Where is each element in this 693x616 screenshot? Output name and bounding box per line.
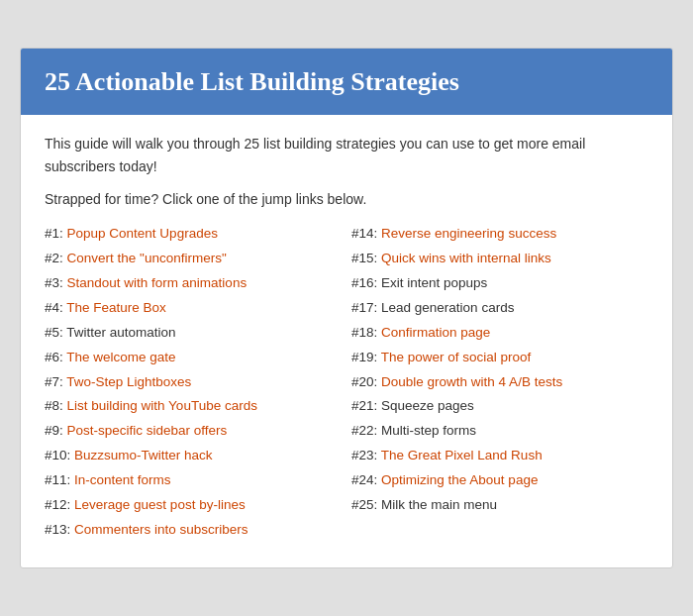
item-text: Exit intent popups (381, 275, 487, 290)
item-text: Twitter automation (66, 325, 175, 340)
item-number: #3: (45, 275, 63, 290)
main-card: 25 Actionable List Building Strategies T… (20, 48, 673, 568)
item-link[interactable]: Confirmation page (381, 325, 490, 340)
item-number: #6: (45, 350, 63, 364)
item-link[interactable]: Popup Content Upgrades (67, 226, 218, 241)
list-item[interactable]: #1: Popup Content Upgrades (45, 225, 342, 244)
list-item: #21: Squeeze pages (351, 397, 648, 416)
list-item[interactable]: #18: Confirmation page (351, 324, 648, 343)
list-item: #5: Twitter automation (45, 324, 342, 343)
item-number: #11: (45, 472, 70, 487)
item-link[interactable]: Double growth with 4 A/B tests (381, 374, 562, 389)
list-item[interactable]: #23: The Great Pixel Land Rush (351, 447, 648, 465)
item-number: #7: (45, 374, 63, 389)
card-header: 25 Actionable List Building Strategies (21, 49, 672, 115)
card-body: This guide will walk you through 25 list… (21, 115, 672, 566)
item-number: #9: (45, 423, 63, 438)
item-link[interactable]: Optimizing the About page (381, 472, 538, 487)
item-number: #13: (45, 522, 70, 537)
item-number: #5: (45, 325, 63, 340)
list-item[interactable]: #8: List building with YouTube cards (45, 397, 342, 416)
item-link[interactable]: The welcome gate (66, 350, 175, 364)
item-text: Multi-step forms (381, 423, 476, 438)
lists-container: #1: Popup Content Upgrades#2: Convert th… (45, 225, 648, 546)
list-item[interactable]: #24: Optimizing the About page (351, 471, 648, 490)
item-link[interactable]: The Feature Box (66, 300, 166, 315)
list-item[interactable]: #19: The power of social proof (351, 349, 648, 367)
item-link[interactable]: The Great Pixel Land Rush (381, 448, 543, 462)
item-link[interactable]: Post-specific sidebar offers (67, 423, 228, 438)
item-number: #17: (351, 300, 377, 315)
left-list: #1: Popup Content Upgrades#2: Convert th… (45, 225, 342, 546)
list-item[interactable]: #13: Commenters into subscribers (45, 521, 342, 540)
item-number: #1: (45, 226, 63, 241)
list-item[interactable]: #20: Double growth with 4 A/B tests (351, 373, 648, 392)
list-item[interactable]: #7: Two-Step Lightboxes (45, 373, 342, 392)
item-number: #4: (45, 300, 63, 315)
list-item[interactable]: #14: Reverse engineering success (351, 225, 648, 244)
item-link[interactable]: List building with YouTube cards (67, 398, 257, 413)
item-number: #23: (351, 448, 377, 462)
list-item[interactable]: #6: The welcome gate (45, 349, 342, 367)
item-number: #22: (351, 423, 377, 438)
item-link[interactable]: Convert the "unconfirmers" (67, 251, 227, 265)
list-item[interactable]: #10: Buzzsumo-Twitter hack (45, 447, 342, 465)
item-link[interactable]: Leverage guest post by-lines (74, 497, 246, 512)
item-number: #21: (351, 398, 377, 413)
item-link[interactable]: Commenters into subscribers (74, 522, 248, 537)
page-title: 25 Actionable List Building Strategies (45, 66, 648, 97)
list-item[interactable]: #4: The Feature Box (45, 299, 342, 318)
item-number: #16: (351, 275, 377, 290)
item-link[interactable]: Two-Step Lightboxes (66, 374, 191, 389)
jump-text: Strapped for time? Click one of the jump… (45, 191, 648, 207)
item-number: #10: (45, 448, 70, 462)
item-link[interactable]: Quick wins with internal links (381, 251, 551, 265)
item-link[interactable]: Buzzsumo-Twitter hack (74, 448, 213, 462)
right-list: #14: Reverse engineering success#15: Qui… (351, 225, 648, 546)
list-item[interactable]: #15: Quick wins with internal links (351, 250, 648, 268)
item-number: #8: (45, 398, 63, 413)
item-number: #14: (351, 226, 377, 241)
list-item: #25: Milk the main menu (351, 496, 648, 515)
item-number: #25: (351, 497, 377, 512)
item-number: #20: (351, 374, 377, 389)
item-number: #2: (45, 251, 63, 265)
intro-text: This guide will walk you through 25 list… (45, 133, 648, 177)
item-number: #18: (351, 325, 377, 340)
list-item: #16: Exit intent popups (351, 274, 648, 293)
item-number: #12: (45, 497, 70, 512)
item-number: #24: (351, 472, 377, 487)
list-item[interactable]: #9: Post-specific sidebar offers (45, 422, 342, 441)
item-link[interactable]: Standout with form animations (67, 275, 248, 290)
item-link[interactable]: In-content forms (74, 472, 171, 487)
list-item: #17: Lead generation cards (351, 299, 648, 318)
item-text: Milk the main menu (381, 497, 497, 512)
item-number: #19: (351, 350, 377, 364)
list-item[interactable]: #2: Convert the "unconfirmers" (45, 250, 342, 268)
list-item[interactable]: #3: Standout with form animations (45, 274, 342, 293)
item-text: Lead generation cards (381, 300, 514, 315)
item-text: Squeeze pages (381, 398, 474, 413)
list-item[interactable]: #11: In-content forms (45, 471, 342, 490)
item-link[interactable]: Reverse engineering success (381, 226, 556, 241)
item-link[interactable]: The power of social proof (381, 350, 532, 364)
list-item: #22: Multi-step forms (351, 422, 648, 441)
list-item[interactable]: #12: Leverage guest post by-lines (45, 496, 342, 515)
item-number: #15: (351, 251, 377, 265)
